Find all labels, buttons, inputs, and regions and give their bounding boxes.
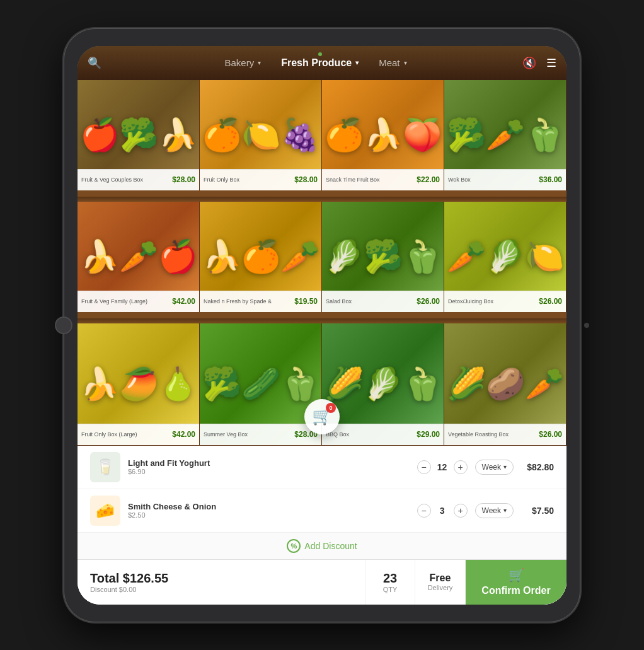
product-cell-6[interactable]: 🍌🍊🥕 Naked n Fresh by Spade & $19.50 bbox=[200, 202, 322, 312]
product-price-8: $26.00 bbox=[539, 297, 562, 306]
product-cell-5[interactable]: 🍌🥕🍎 Fruit & Veg Family (Large) $42.00 bbox=[78, 202, 200, 312]
chevron-down-freq-2: ▾ bbox=[503, 507, 507, 514]
product-cell-11[interactable]: 🌽🥬🫑 BBQ Box $29.00 bbox=[322, 323, 444, 445]
camera bbox=[584, 323, 589, 328]
price-tag-2: Fruit Only Box $28.00 bbox=[200, 169, 321, 190]
product-cell-2[interactable]: 🍊🍋🍇 Fruit Only Box $28.00 bbox=[200, 80, 322, 190]
delivery-section: Free Delivery bbox=[415, 560, 466, 605]
nav-right-controls: 🔇 ☰ bbox=[522, 56, 556, 70]
tab-meat[interactable]: Meat ▾ bbox=[379, 57, 406, 68]
cart-item-2: 🧀 Smith Cheese & Onion $2.50 − 3 + Week … bbox=[78, 489, 566, 533]
confirm-order-label: Confirm Order bbox=[481, 585, 550, 596]
product-price-9: $42.00 bbox=[172, 430, 195, 439]
cart-item-2-name: Smith Cheese & Onion bbox=[128, 502, 410, 511]
product-shelf: 🍎🥦🍌 Fruit & Veg Couples Box $28.00 🍊🍋🍇 bbox=[78, 80, 566, 446]
cart-item-2-controls: − 3 + bbox=[417, 504, 468, 518]
tab-fresh-produce[interactable]: Fresh Produce ▾ bbox=[281, 57, 359, 69]
total-amount: Total $126.55 bbox=[90, 571, 352, 586]
cart-badge: 0 bbox=[326, 403, 336, 413]
product-price-11: $29.00 bbox=[417, 430, 440, 439]
cart-item-2-frequency[interactable]: Week ▾ bbox=[475, 503, 514, 518]
cart-item-1-name: Light and Fit Yoghurt bbox=[128, 458, 410, 468]
product-price-1: $28.00 bbox=[172, 175, 195, 184]
chevron-down-freq-1: ▾ bbox=[503, 463, 507, 470]
price-tag-9: Fruit Only Box (Large) $42.00 bbox=[78, 424, 199, 445]
tab-meat-label: Meat bbox=[379, 57, 400, 68]
product-price-12: $26.00 bbox=[539, 430, 562, 439]
product-name-8: Detox/Juicing Box bbox=[448, 298, 493, 305]
search-icon[interactable]: 🔍 bbox=[88, 56, 101, 70]
cart-item-2-emoji: 🧀 bbox=[96, 502, 115, 519]
product-price-7: $26.00 bbox=[417, 297, 440, 306]
bottom-bar: Total $126.55 Discount $0.00 23 QTY Free… bbox=[78, 559, 566, 605]
cart-item-1-frequency[interactable]: Week ▾ bbox=[475, 460, 514, 475]
qty-label: QTY bbox=[383, 586, 398, 593]
mute-icon[interactable]: 🔇 bbox=[522, 56, 536, 70]
device-frame: 🔍 Bakery ▾ Fresh Produce ▾ Meat ▾ bbox=[64, 28, 580, 622]
price-tag-8: Detox/Juicing Box $26.00 bbox=[444, 291, 566, 312]
menu-icon[interactable]: ☰ bbox=[546, 56, 556, 70]
cart-item-1-unit-price: $6.90 bbox=[128, 468, 410, 475]
total-discount: Discount $0.00 bbox=[90, 586, 352, 593]
chevron-down-icon: ▾ bbox=[258, 59, 261, 66]
tab-fresh-produce-label: Fresh Produce bbox=[281, 57, 352, 69]
product-price-4: $36.00 bbox=[539, 175, 562, 184]
shelf-row-2: 🍌🥕🍎 Fruit & Veg Family (Large) $42.00 🍌🍊… bbox=[78, 202, 566, 323]
cart-panel: 🥛 Light and Fit Yoghurt $6.90 − 12 + Wee… bbox=[78, 446, 566, 605]
cart-item-1-qty: 12 bbox=[436, 462, 449, 472]
product-name-5: Fruit & Veg Family (Large) bbox=[81, 298, 147, 305]
product-price-3: $22.00 bbox=[417, 175, 440, 184]
add-discount-row[interactable]: % Add Discount bbox=[78, 533, 566, 559]
cart-item-2-image: 🧀 bbox=[90, 496, 120, 526]
cart-item-2-increment[interactable]: + bbox=[454, 504, 468, 518]
product-cell-8[interactable]: 🥕🥬🍋 Detox/Juicing Box $26.00 bbox=[444, 202, 566, 312]
price-tag-11: BBQ Box $29.00 bbox=[322, 424, 444, 445]
product-name-6: Naked n Fresh by Spade & bbox=[204, 298, 272, 305]
home-button[interactable] bbox=[55, 316, 72, 334]
product-cell-12[interactable]: 🌽🥔🥕 Vegetable Roasting Box $26.00 bbox=[444, 323, 566, 445]
price-tag-3: Snack Time Fruit Box $22.00 bbox=[322, 169, 444, 190]
cart-count: 0 bbox=[329, 405, 332, 411]
cart-item-1-image: 🥛 bbox=[90, 452, 120, 482]
cart-item-1-info: Light and Fit Yoghurt $6.90 bbox=[128, 458, 410, 475]
cart-float-button[interactable]: 🛒 0 bbox=[304, 399, 340, 434]
chevron-down-icon-fresh: ▾ bbox=[355, 59, 359, 66]
price-tag-7: Salad Box $26.00 bbox=[322, 291, 444, 312]
qty-number: 23 bbox=[383, 571, 397, 586]
product-name-7: Salad Box bbox=[326, 298, 352, 305]
product-name-2: Fruit Only Box bbox=[204, 177, 239, 183]
product-cell-7[interactable]: 🥬🥦🫑 Salad Box $26.00 bbox=[322, 202, 444, 312]
delivery-value: Free bbox=[430, 572, 451, 584]
product-cell-4[interactable]: 🥦🥕🫑 Wok Box $36.00 bbox=[444, 80, 566, 190]
discount-icon: % bbox=[287, 539, 301, 553]
product-name-12: Vegetable Roasting Box bbox=[448, 431, 509, 438]
price-tag-1: Fruit & Veg Couples Box $28.00 bbox=[78, 169, 199, 190]
product-price-5: $42.00 bbox=[172, 297, 195, 306]
product-name-10: Summer Veg Box bbox=[204, 431, 248, 438]
price-tag-12: Vegetable Roasting Box $26.00 bbox=[444, 424, 566, 445]
price-tag-6: Naked n Fresh by Spade & $19.50 bbox=[200, 291, 321, 312]
tab-bakery[interactable]: Bakery ▾ bbox=[224, 57, 261, 68]
product-cell-9[interactable]: 🍌🥭🍐 Fruit Only Box (Large) $42.00 bbox=[78, 323, 200, 445]
total-section: Total $126.55 Discount $0.00 bbox=[78, 560, 365, 605]
screen: 🔍 Bakery ▾ Fresh Produce ▾ Meat ▾ bbox=[78, 46, 566, 605]
shelf-row-1: 🍎🥦🍌 Fruit & Veg Couples Box $28.00 🍊🍋🍇 bbox=[78, 80, 566, 202]
cart-item-1-decrement[interactable]: − bbox=[417, 460, 431, 474]
cart-item-2-unit-price: $2.50 bbox=[128, 511, 410, 519]
add-discount-label: Add Discount bbox=[304, 541, 357, 551]
product-cell-3[interactable]: 🍊🍌🍑 Snack Time Fruit Box $22.00 bbox=[322, 80, 444, 190]
confirm-order-button[interactable]: 🛒 Confirm Order bbox=[466, 560, 566, 605]
cart-item-1-emoji: 🥛 bbox=[96, 458, 115, 476]
qty-section: 23 QTY bbox=[365, 560, 415, 605]
product-cell-1[interactable]: 🍎🥦🍌 Fruit & Veg Couples Box $28.00 bbox=[78, 80, 200, 190]
chevron-down-icon-meat: ▾ bbox=[404, 59, 407, 66]
cart-item-1-increment[interactable]: + bbox=[454, 460, 468, 474]
product-name-1: Fruit & Veg Couples Box bbox=[81, 177, 143, 183]
price-tag-4: Wok Box $36.00 bbox=[444, 169, 566, 190]
delivery-label: Delivery bbox=[428, 584, 453, 591]
product-name-3: Snack Time Fruit Box bbox=[326, 177, 380, 183]
product-name-4: Wok Box bbox=[448, 177, 471, 183]
navigation-bar: 🔍 Bakery ▾ Fresh Produce ▾ Meat ▾ bbox=[78, 46, 566, 80]
product-cell-10[interactable]: 🥦🥒🫑 Summer Veg Box $28.00 bbox=[200, 323, 322, 445]
cart-item-2-decrement[interactable]: − bbox=[417, 504, 431, 518]
